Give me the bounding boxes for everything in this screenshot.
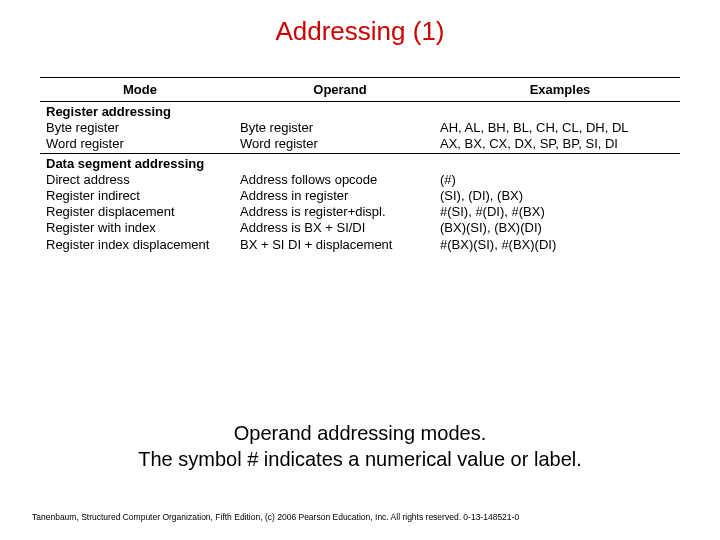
cell-mode: Register with index — [40, 220, 240, 236]
table-row: Direct address Address follows opcode (#… — [40, 172, 680, 188]
cell-mode: Word register — [40, 136, 240, 152]
cell-operand: Address is register+displ. — [240, 204, 440, 220]
table-row: Register displacement Address is registe… — [40, 204, 680, 220]
cell-examples: (SI), (DI), (BX) — [440, 188, 680, 204]
slide-caption: Operand addressing modes. The symbol # i… — [0, 420, 720, 472]
cell-operand: Word register — [240, 136, 440, 152]
cell-mode: Register displacement — [40, 204, 240, 220]
cell-operand: BX + SI DI + displacement — [240, 237, 440, 253]
table-header-row: Mode Operand Examples — [40, 78, 680, 101]
header-examples: Examples — [440, 82, 680, 97]
caption-line2: The symbol # indicates a numerical value… — [0, 446, 720, 472]
table-row: Register index displacement BX + SI DI +… — [40, 237, 680, 253]
table-row: Register indirect Address in register (S… — [40, 188, 680, 204]
cell-examples: (#) — [440, 172, 680, 188]
cell-examples: #(BX)(SI), #(BX)(DI) — [440, 237, 680, 253]
cell-mode: Byte register — [40, 120, 240, 136]
cell-mode: Direct address — [40, 172, 240, 188]
cell-mode: Register indirect — [40, 188, 240, 204]
cell-operand: Address follows opcode — [240, 172, 440, 188]
table-row: Word register Word register AX, BX, CX, … — [40, 136, 680, 152]
cell-operand: Address in register — [240, 188, 440, 204]
cell-mode: Register index displacement — [40, 237, 240, 253]
slide-title: Addressing (1) — [0, 16, 720, 47]
table-row: Byte register Byte register AH, AL, BH, … — [40, 120, 680, 136]
cell-examples: (BX)(SI), (BX)(DI) — [440, 220, 680, 236]
table-row: Register with index Address is BX + SI/D… — [40, 220, 680, 236]
addressing-table: Mode Operand Examples Register addressin… — [40, 77, 680, 253]
cell-examples: AX, BX, CX, DX, SP, BP, SI, DI — [440, 136, 680, 152]
copyright-footer: Tanenbaum, Structured Computer Organizat… — [32, 512, 519, 522]
section-data-segment: Data segment addressing — [40, 154, 680, 172]
header-operand: Operand — [240, 82, 440, 97]
cell-examples: AH, AL, BH, BL, CH, CL, DH, DL — [440, 120, 680, 136]
cell-operand: Address is BX + SI/DI — [240, 220, 440, 236]
cell-operand: Byte register — [240, 120, 440, 136]
caption-line1: Operand addressing modes. — [0, 420, 720, 446]
cell-examples: #(SI), #(DI), #(BX) — [440, 204, 680, 220]
header-mode: Mode — [40, 82, 240, 97]
section-register: Register addressing — [40, 102, 680, 120]
